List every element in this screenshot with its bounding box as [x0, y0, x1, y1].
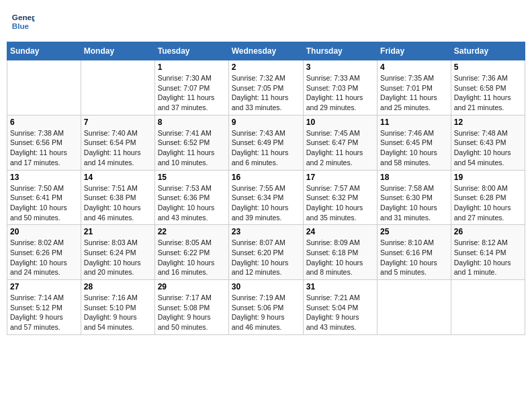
day-number: 22 [158, 227, 226, 236]
day-cell: 21Sunrise: 8:03 AM Sunset: 6:24 PM Dayli… [81, 225, 154, 280]
day-detail: Sunrise: 7:17 AM Sunset: 5:08 PM Dayligh… [158, 293, 226, 332]
day-cell [451, 280, 525, 335]
day-cell: 18Sunrise: 7:58 AM Sunset: 6:30 PM Dayli… [378, 170, 451, 225]
day-detail: Sunrise: 7:19 AM Sunset: 5:06 PM Dayligh… [232, 293, 300, 332]
week-row-3: 13Sunrise: 7:50 AM Sunset: 6:41 PM Dayli… [7, 170, 525, 225]
week-row-1: 1Sunrise: 7:30 AM Sunset: 7:07 PM Daylig… [7, 60, 525, 116]
day-detail: Sunrise: 7:48 AM Sunset: 6:43 PM Dayligh… [454, 128, 522, 168]
day-detail: Sunrise: 7:40 AM Sunset: 6:54 PM Dayligh… [84, 128, 152, 168]
day-detail: Sunrise: 8:07 AM Sunset: 6:20 PM Dayligh… [232, 238, 300, 277]
day-detail: Sunrise: 8:10 AM Sunset: 6:16 PM Dayligh… [380, 238, 448, 277]
page-header: General Blue [7, 7, 525, 36]
day-cell: 31Sunrise: 7:21 AM Sunset: 5:04 PM Dayli… [303, 280, 377, 335]
day-detail: Sunrise: 8:02 AM Sunset: 6:26 PM Dayligh… [10, 238, 78, 277]
day-detail: Sunrise: 7:46 AM Sunset: 6:45 PM Dayligh… [380, 128, 448, 168]
day-detail: Sunrise: 7:30 AM Sunset: 7:07 PM Dayligh… [158, 73, 226, 113]
col-header-wednesday: Wednesday [228, 42, 303, 60]
day-detail: Sunrise: 8:12 AM Sunset: 6:14 PM Dayligh… [454, 238, 522, 277]
day-number: 28 [84, 282, 152, 291]
col-header-monday: Monday [81, 42, 154, 60]
day-cell: 2Sunrise: 7:32 AM Sunset: 7:05 PM Daylig… [228, 60, 303, 116]
day-cell: 8Sunrise: 7:41 AM Sunset: 6:52 PM Daylig… [154, 115, 228, 170]
day-detail: Sunrise: 8:09 AM Sunset: 6:18 PM Dayligh… [306, 238, 374, 277]
day-number: 27 [10, 282, 78, 291]
day-detail: Sunrise: 7:38 AM Sunset: 6:56 PM Dayligh… [10, 128, 78, 168]
day-cell: 14Sunrise: 7:51 AM Sunset: 6:38 PM Dayli… [81, 170, 154, 225]
day-number: 8 [158, 118, 226, 127]
day-cell: 1Sunrise: 7:30 AM Sunset: 7:07 PM Daylig… [154, 60, 228, 116]
day-cell: 30Sunrise: 7:19 AM Sunset: 5:06 PM Dayli… [228, 280, 303, 335]
day-cell: 12Sunrise: 7:48 AM Sunset: 6:43 PM Dayli… [451, 115, 525, 170]
week-row-5: 27Sunrise: 7:14 AM Sunset: 5:12 PM Dayli… [7, 280, 525, 335]
day-number: 3 [306, 62, 374, 72]
day-detail: Sunrise: 7:53 AM Sunset: 6:36 PM Dayligh… [158, 183, 226, 223]
day-number: 15 [158, 173, 226, 182]
col-header-tuesday: Tuesday [154, 42, 228, 60]
day-detail: Sunrise: 7:51 AM Sunset: 6:38 PM Dayligh… [84, 183, 152, 223]
day-detail: Sunrise: 7:43 AM Sunset: 6:49 PM Dayligh… [232, 128, 300, 168]
col-header-friday: Friday [378, 42, 451, 60]
day-cell: 26Sunrise: 8:12 AM Sunset: 6:14 PM Dayli… [451, 225, 525, 280]
day-number: 12 [454, 118, 522, 127]
day-detail: Sunrise: 7:55 AM Sunset: 6:34 PM Dayligh… [232, 183, 300, 223]
day-detail: Sunrise: 7:16 AM Sunset: 5:10 PM Dayligh… [84, 293, 152, 332]
day-cell: 9Sunrise: 7:43 AM Sunset: 6:49 PM Daylig… [228, 115, 303, 170]
day-number: 4 [380, 62, 448, 72]
day-cell: 24Sunrise: 8:09 AM Sunset: 6:18 PM Dayli… [303, 225, 377, 280]
day-cell: 25Sunrise: 8:10 AM Sunset: 6:16 PM Dayli… [378, 225, 451, 280]
col-header-sunday: Sunday [7, 42, 81, 60]
day-number: 17 [306, 173, 374, 182]
day-detail: Sunrise: 8:00 AM Sunset: 6:28 PM Dayligh… [454, 183, 522, 223]
day-cell: 5Sunrise: 7:36 AM Sunset: 6:58 PM Daylig… [451, 60, 525, 116]
day-detail: Sunrise: 7:41 AM Sunset: 6:52 PM Dayligh… [158, 128, 226, 168]
day-number: 2 [232, 62, 300, 72]
day-number: 5 [454, 62, 522, 72]
week-row-4: 20Sunrise: 8:02 AM Sunset: 6:26 PM Dayli… [7, 225, 525, 280]
day-cell: 4Sunrise: 7:35 AM Sunset: 7:01 PM Daylig… [378, 60, 451, 116]
day-number: 30 [232, 282, 300, 291]
day-number: 29 [158, 282, 226, 291]
day-detail: Sunrise: 8:05 AM Sunset: 6:22 PM Dayligh… [158, 238, 226, 277]
day-number: 7 [84, 118, 152, 127]
day-cell [7, 60, 81, 116]
day-number: 25 [380, 227, 448, 236]
day-cell: 13Sunrise: 7:50 AM Sunset: 6:41 PM Dayli… [7, 170, 81, 225]
day-cell: 19Sunrise: 8:00 AM Sunset: 6:28 PM Dayli… [451, 170, 525, 225]
day-number: 24 [306, 227, 374, 236]
day-cell: 29Sunrise: 7:17 AM Sunset: 5:08 PM Dayli… [154, 280, 228, 335]
day-number: 9 [232, 118, 300, 127]
day-number: 31 [306, 282, 374, 291]
svg-text:General: General [12, 13, 35, 21]
day-cell: 6Sunrise: 7:38 AM Sunset: 6:56 PM Daylig… [7, 115, 81, 170]
logo-icon: General Blue [11, 9, 35, 34]
day-number: 14 [84, 173, 152, 182]
day-cell: 3Sunrise: 7:33 AM Sunset: 7:03 PM Daylig… [303, 60, 377, 116]
day-detail: Sunrise: 7:35 AM Sunset: 7:01 PM Dayligh… [380, 73, 448, 113]
day-detail: Sunrise: 7:21 AM Sunset: 5:04 PM Dayligh… [306, 293, 374, 332]
day-detail: Sunrise: 7:14 AM Sunset: 5:12 PM Dayligh… [10, 293, 78, 332]
day-cell [81, 60, 154, 116]
day-number: 6 [10, 118, 78, 127]
day-number: 23 [232, 227, 300, 236]
col-header-thursday: Thursday [303, 42, 377, 60]
day-cell: 27Sunrise: 7:14 AM Sunset: 5:12 PM Dayli… [7, 280, 81, 335]
day-number: 16 [232, 173, 300, 182]
day-cell: 17Sunrise: 7:57 AM Sunset: 6:32 PM Dayli… [303, 170, 377, 225]
day-cell: 16Sunrise: 7:55 AM Sunset: 6:34 PM Dayli… [228, 170, 303, 225]
calendar-table: SundayMondayTuesdayWednesdayThursdayFrid… [7, 42, 525, 335]
week-row-2: 6Sunrise: 7:38 AM Sunset: 6:56 PM Daylig… [7, 115, 525, 170]
day-detail: Sunrise: 7:36 AM Sunset: 6:58 PM Dayligh… [454, 73, 522, 113]
day-cell [378, 280, 451, 335]
day-cell: 23Sunrise: 8:07 AM Sunset: 6:20 PM Dayli… [228, 225, 303, 280]
day-detail: Sunrise: 7:45 AM Sunset: 6:47 PM Dayligh… [306, 128, 374, 168]
day-number: 19 [454, 173, 522, 182]
day-number: 18 [380, 173, 448, 182]
day-number: 21 [84, 227, 152, 236]
day-cell: 10Sunrise: 7:45 AM Sunset: 6:47 PM Dayli… [303, 115, 377, 170]
logo: General Blue [11, 9, 38, 34]
day-detail: Sunrise: 7:57 AM Sunset: 6:32 PM Dayligh… [306, 183, 374, 223]
day-detail: Sunrise: 7:50 AM Sunset: 6:41 PM Dayligh… [10, 183, 78, 223]
day-cell: 28Sunrise: 7:16 AM Sunset: 5:10 PM Dayli… [81, 280, 154, 335]
day-number: 1 [158, 62, 226, 72]
day-number: 13 [10, 173, 78, 182]
